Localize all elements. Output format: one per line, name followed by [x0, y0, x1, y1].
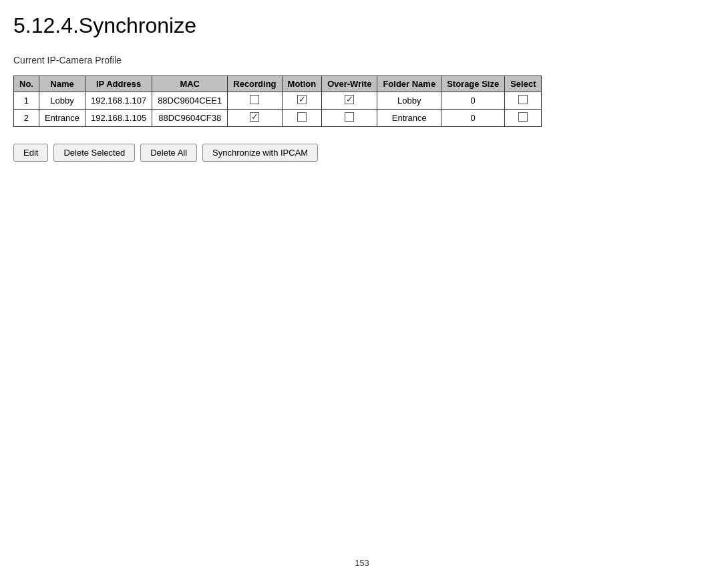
checkbox[interactable] — [250, 112, 259, 122]
checkbox[interactable] — [518, 112, 528, 122]
camera-profile-table: No. Name IP Address MAC Recording Motion… — [13, 76, 542, 127]
col-header-recording: Recording — [228, 76, 282, 92]
col-header-no: No. — [14, 76, 39, 92]
page-number: 153 — [355, 558, 369, 568]
page-title: 5.12.4.Synchronize — [0, 0, 724, 45]
col-header-select: Select — [505, 76, 542, 92]
col-header-ip: IP Address — [85, 76, 152, 92]
table-row: 1Lobby192.168.1.10788DC9604CEE1Lobby0 — [14, 92, 542, 110]
checkbox[interactable] — [345, 112, 354, 122]
checkbox[interactable] — [297, 112, 307, 122]
col-header-name: Name — [39, 76, 85, 92]
checkbox[interactable] — [345, 95, 354, 104]
section-label: Current IP-Camera Profile — [0, 45, 724, 72]
table-row: 2Entrance192.168.1.10588DC9604CF38Entran… — [14, 110, 542, 127]
col-header-storage: Storage Size — [441, 76, 505, 92]
checkbox[interactable] — [297, 95, 307, 104]
edit-button[interactable]: Edit — [13, 144, 48, 162]
col-header-overwrite: Over-Write — [322, 76, 377, 92]
col-header-folder: Folder Name — [377, 76, 441, 92]
delete-selected-button[interactable]: Delete Selected — [53, 144, 135, 162]
col-header-mac: MAC — [152, 76, 228, 92]
checkbox[interactable] — [518, 95, 528, 104]
action-buttons-row: Edit Delete Selected Delete All Synchron… — [0, 137, 724, 168]
col-header-motion: Motion — [282, 76, 322, 92]
camera-profile-table-container: No. Name IP Address MAC Recording Motion… — [0, 72, 724, 137]
synchronize-button[interactable]: Synchronize with IPCAM — [202, 144, 318, 162]
checkbox[interactable] — [250, 95, 259, 104]
delete-all-button[interactable]: Delete All — [140, 144, 197, 162]
